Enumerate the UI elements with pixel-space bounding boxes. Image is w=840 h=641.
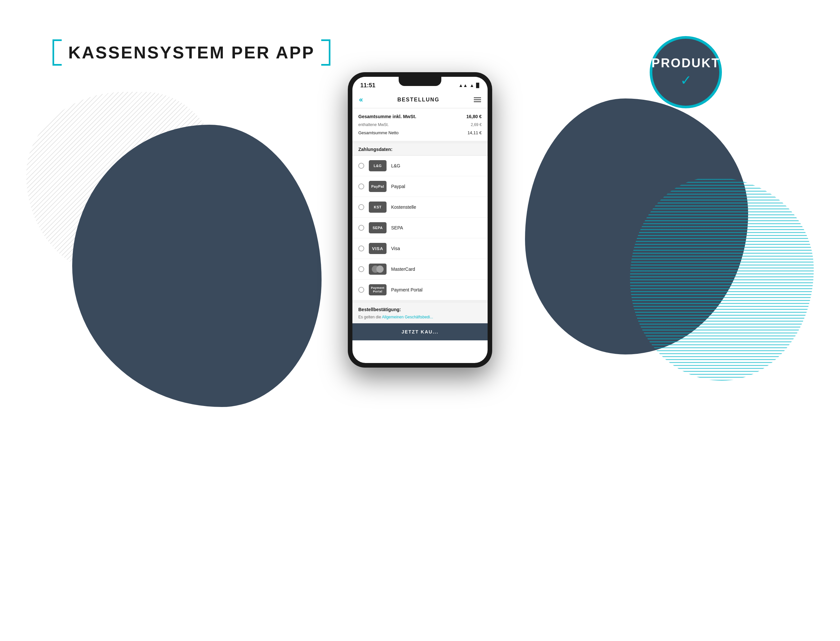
- phone-notch: [399, 77, 441, 86]
- confirm-link[interactable]: Allgemeinen Geschäftsbedi...: [382, 315, 433, 319]
- page-title: KASSENSYSTEM PER APP: [62, 43, 321, 62]
- phone-container: 11:51 ▲▲ ▲ ▉ « BESTELLUNG: [348, 72, 492, 367]
- radio-lg[interactable]: [358, 163, 364, 169]
- bracket-right: [321, 39, 330, 66]
- radio-portal[interactable]: [358, 287, 364, 293]
- radio-sepa[interactable]: [358, 225, 364, 231]
- sepa-icon: SEPA: [369, 222, 386, 234]
- title-area: KASSENSYSTEM PER APP: [53, 39, 330, 66]
- bracket-left: [53, 39, 62, 66]
- app-header: « BESTELLUNG: [352, 91, 488, 108]
- payment-name-mastercard: MasterCard: [391, 266, 415, 272]
- vat-value: 2,69 €: [471, 122, 482, 127]
- produkt-badge-text: PRODUKT: [652, 56, 720, 70]
- vat-label: enthaltene MwSt.: [358, 122, 389, 127]
- blob-teal-striped: [630, 177, 814, 381]
- payment-option-paypal[interactable]: PayPal Paypal: [352, 176, 488, 197]
- blob-dark-right: [525, 98, 748, 354]
- payment-name-portal: Payment Portal: [391, 287, 423, 292]
- payment-section-header: Zahlungsdaten:: [352, 143, 488, 156]
- blob-dark-left: [72, 125, 322, 407]
- phone-screen: 11:51 ▲▲ ▲ ▉ « BESTELLUNG: [352, 77, 488, 363]
- hamburger-line-2: [474, 100, 481, 100]
- buy-button-text: JETZT KAU...: [402, 329, 439, 335]
- mc-circle-right: [377, 266, 384, 273]
- buy-button[interactable]: JETZT KAU...: [352, 323, 488, 340]
- total-gross-row: Gesamtsumme inkl. MwSt. 16,80 €: [358, 112, 482, 121]
- confirm-title: Bestellbestätigung:: [358, 307, 482, 312]
- summary-section: Gesamtsumme inkl. MwSt. 16,80 € enthalte…: [352, 108, 488, 143]
- confirm-text: Es gelten die Allgemeinen Geschäftsbedi.…: [358, 315, 482, 319]
- total-net-row: Gesamtsumme Netto 14,11 €: [358, 129, 482, 137]
- portal-icon: Payment Portal: [369, 284, 386, 295]
- mastercard-icon: [372, 266, 384, 273]
- payment-option-mastercard[interactable]: MasterCard: [352, 259, 488, 280]
- signal-icon: ▲▲: [459, 83, 468, 88]
- payment-option-kostenstelle[interactable]: KST Kostenstelle: [352, 197, 488, 217]
- hamburger-line-3: [474, 101, 481, 102]
- radio-kostenstelle[interactable]: [358, 204, 364, 210]
- confirm-text-static: Es gelten die: [358, 315, 382, 319]
- phone: 11:51 ▲▲ ▲ ▉ « BESTELLUNG: [348, 72, 492, 367]
- produkt-badge: PRODUKT ✓: [650, 36, 722, 108]
- title-bracket: KASSENSYSTEM PER APP: [53, 39, 330, 66]
- hamburger-line-1: [474, 97, 481, 98]
- visa-icon: VISA: [369, 243, 386, 254]
- payment-name-lg: L&G: [391, 163, 400, 168]
- total-gross-value: 16,80 €: [466, 114, 482, 119]
- screen-title: BESTELLUNG: [397, 97, 439, 103]
- radio-visa[interactable]: [358, 245, 364, 251]
- payment-name-visa: Visa: [391, 246, 400, 251]
- total-net-value: 14,11 €: [468, 130, 482, 135]
- total-gross-label: Gesamtsumme inkl. MwSt.: [358, 114, 417, 119]
- total-net-label: Gesamtsumme Netto: [358, 130, 399, 135]
- lg-icon: L&G: [369, 160, 386, 171]
- status-time: 11:51: [360, 82, 375, 89]
- blob-gray-striped: [26, 92, 223, 276]
- produkt-checkmark-icon: ✓: [680, 72, 692, 88]
- payment-option-portal[interactable]: Payment Portal Payment Portal: [352, 280, 488, 300]
- payment-option-sepa[interactable]: SEPA SEPA: [352, 217, 488, 238]
- radio-mastercard[interactable]: [358, 266, 364, 272]
- battery-icon: ▉: [476, 83, 480, 88]
- menu-button[interactable]: [474, 97, 481, 102]
- app-content: Gesamtsumme inkl. MwSt. 16,80 € enthalte…: [352, 108, 488, 363]
- radio-paypal[interactable]: [358, 184, 364, 189]
- payment-name-sepa: SEPA: [391, 225, 403, 230]
- back-button[interactable]: «: [359, 95, 363, 104]
- status-icons: ▲▲ ▲ ▉: [459, 83, 480, 88]
- payment-name-paypal: Paypal: [391, 184, 405, 189]
- payment-name-kostenstelle: Kostenstelle: [391, 205, 416, 210]
- vat-row: enthaltene MwSt. 2,69 €: [358, 121, 482, 129]
- wifi-icon: ▲: [470, 83, 474, 88]
- kst-icon: KST: [369, 201, 386, 213]
- payment-option-lg[interactable]: L&G L&G: [352, 156, 488, 176]
- mastercard-icon-box: [369, 264, 386, 275]
- confirm-section: Bestellbestätigung: Es gelten die Allgem…: [352, 300, 488, 323]
- payment-option-visa[interactable]: VISA Visa: [352, 238, 488, 259]
- paypal-icon: PayPal: [369, 181, 386, 192]
